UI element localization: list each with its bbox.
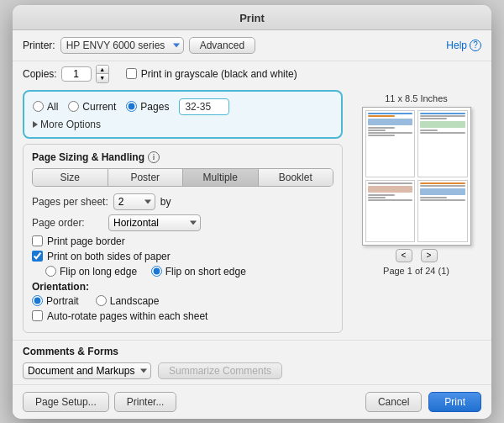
right-panel: 11 x 8.5 Inches	[351, 90, 481, 333]
copies-input[interactable]: 1	[61, 66, 92, 82]
both-sides-label[interactable]: Print on both sides of paper	[47, 251, 171, 262]
mini-line-5	[368, 132, 413, 134]
auto-rotate-label[interactable]: Auto-rotate pages within each sheet	[47, 310, 207, 322]
preview-box	[362, 107, 471, 246]
pages-radio-group: Pages	[126, 101, 169, 113]
print-border-checkbox[interactable]	[32, 235, 43, 246]
toolbar-right: Help ?	[446, 40, 481, 51]
mini-block-4	[420, 188, 465, 195]
mini-block-1	[368, 119, 413, 125]
title-bar: Print	[13, 5, 491, 30]
main-content: All Current Pages 32-35 More Options	[13, 90, 491, 340]
all-label[interactable]: All	[47, 101, 58, 113]
preview-inner	[363, 108, 470, 245]
pages-input[interactable]: 32-35	[179, 98, 229, 115]
summarize-button[interactable]: Summarize Comments	[158, 362, 282, 379]
printer-label: Printer:	[23, 40, 55, 51]
flip-short-label[interactable]: Flip on short edge	[165, 266, 246, 278]
mini-line-3	[368, 127, 395, 129]
orientation-label: Orientation:	[32, 281, 333, 293]
copies-increment[interactable]: ▲	[97, 66, 108, 74]
mini-page-3	[365, 180, 416, 242]
mini-line-4	[368, 130, 386, 131]
all-radio[interactable]	[33, 101, 44, 112]
page-order-row: Page order: Horizontal	[32, 214, 333, 231]
preview-nav-row: < >	[396, 249, 438, 262]
cancel-button[interactable]: Cancel	[365, 392, 422, 412]
print-border-row: Print page border	[32, 235, 333, 247]
dialog-title: Print	[239, 12, 265, 24]
pages-per-sheet-select[interactable]: 2	[113, 193, 155, 210]
landscape-group: Landscape	[96, 295, 160, 307]
pages-per-sheet-label: Pages per sheet:	[32, 196, 108, 208]
portrait-group: Portrait	[32, 295, 79, 307]
comments-select[interactable]: Document and Markups	[23, 362, 151, 379]
print-button[interactable]: Print	[428, 392, 481, 412]
page-order-select-wrapper[interactable]: Horizontal	[108, 214, 201, 231]
left-panel: All Current Pages 32-35 More Options	[23, 90, 343, 333]
portrait-radio[interactable]	[32, 295, 43, 306]
mini-line-6	[368, 135, 395, 136]
flip-long-label[interactable]: Flip on long edge	[60, 266, 137, 278]
help-link[interactable]: Help ?	[446, 40, 481, 51]
portrait-label[interactable]: Portrait	[46, 295, 79, 307]
tab-multiple[interactable]: Multiple	[183, 169, 259, 186]
comments-title: Comments & Forms	[23, 346, 481, 357]
pages-radio[interactable]	[126, 101, 137, 112]
page-order-label: Page order:	[32, 217, 103, 229]
page-order-select[interactable]: Horizontal	[108, 214, 201, 231]
help-label: Help	[446, 40, 467, 51]
printer-button[interactable]: Printer...	[114, 392, 177, 412]
tab-size[interactable]: Size	[33, 169, 108, 186]
help-icon: ?	[470, 40, 481, 51]
copies-stepper: ▲ ▼	[96, 65, 109, 83]
info-icon[interactable]: i	[148, 151, 160, 163]
mini-page-4	[417, 180, 468, 242]
comments-select-wrapper[interactable]: Document and Markups	[23, 362, 151, 379]
page-counter: Page 1 of 24 (1)	[383, 266, 449, 276]
tab-poster[interactable]: Poster	[108, 169, 184, 186]
auto-rotate-row: Auto-rotate pages within each sheet	[32, 310, 333, 322]
flip-long-radio[interactable]	[45, 266, 56, 277]
flip-short-radio[interactable]	[151, 266, 162, 277]
copies-decrement[interactable]: ▼	[97, 74, 108, 82]
comments-title-text: Comments & Forms	[23, 346, 118, 357]
more-options-arrow-icon	[33, 121, 38, 128]
page-setup-button[interactable]: Page Setup...	[23, 392, 109, 412]
mini-block-3	[368, 186, 413, 193]
next-page-button[interactable]: >	[421, 249, 438, 262]
current-label[interactable]: Current	[82, 101, 116, 113]
mini-line-19	[420, 199, 465, 201]
bottom-bar: Page Setup... Printer... Cancel Print	[13, 384, 491, 419]
pages-label[interactable]: Pages	[140, 101, 169, 113]
printer-select[interactable]: HP ENVY 6000 series	[60, 37, 184, 54]
landscape-label[interactable]: Landscape	[110, 295, 160, 307]
flip-options-row: Flip on long edge Flip on short edge	[45, 266, 333, 278]
more-options[interactable]: More Options	[33, 119, 333, 130]
pages-per-sheet-select-wrapper[interactable]: 2	[113, 193, 155, 210]
copies-label: Copies:	[23, 68, 57, 80]
both-sides-checkbox[interactable]	[32, 251, 43, 262]
mini-page-2	[417, 110, 468, 177]
copies-row: Copies: 1 ▲ ▼ Print in grayscale (black …	[13, 61, 491, 90]
all-radio-group: All	[33, 101, 58, 113]
mini-line-13	[368, 194, 395, 196]
mini-line-18	[420, 197, 447, 198]
advanced-button[interactable]: Advanced	[189, 37, 255, 54]
flip-long-group: Flip on long edge	[45, 266, 137, 278]
bottom-left: Page Setup... Printer...	[23, 392, 176, 412]
mini-page-1	[365, 110, 416, 177]
copies-group: Copies: 1 ▲ ▼	[23, 65, 109, 83]
auto-rotate-checkbox[interactable]	[32, 310, 43, 321]
current-radio-group: Current	[68, 101, 116, 113]
current-radio[interactable]	[68, 101, 79, 112]
printer-select-wrapper[interactable]: HP ENVY 6000 series	[60, 37, 184, 54]
landscape-radio[interactable]	[96, 295, 107, 306]
mini-line-8	[420, 115, 465, 117]
prev-page-button[interactable]: <	[396, 249, 412, 262]
tab-booklet[interactable]: Booklet	[259, 169, 333, 186]
grayscale-checkbox[interactable]	[126, 68, 137, 79]
bottom-right: Cancel Print	[365, 392, 481, 412]
print-border-label[interactable]: Print page border	[47, 235, 125, 247]
grayscale-label[interactable]: Print in grayscale (black and white)	[141, 68, 297, 80]
